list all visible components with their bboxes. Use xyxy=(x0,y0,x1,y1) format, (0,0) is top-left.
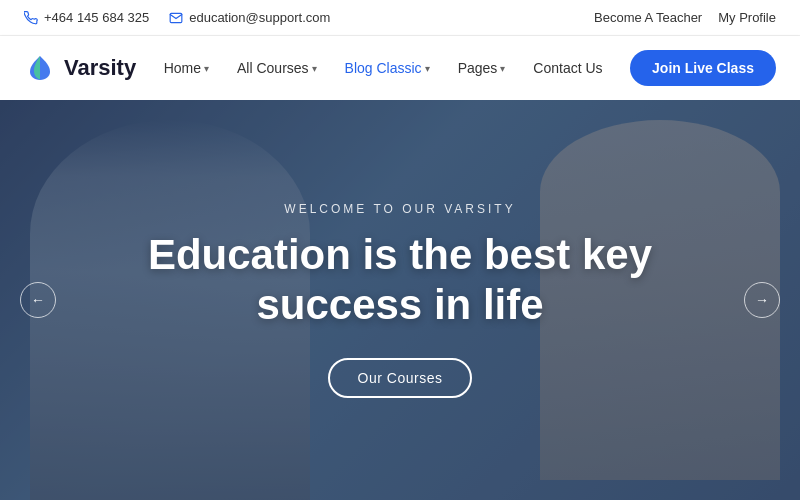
email-item: education@support.com xyxy=(169,10,330,25)
nav-contact[interactable]: Contact Us xyxy=(521,52,614,84)
our-courses-button[interactable]: Our Courses xyxy=(328,358,473,398)
top-bar-left: +464 145 684 325 education@support.com xyxy=(24,10,330,25)
nav-blog-classic[interactable]: Blog Classic ▾ xyxy=(333,52,442,84)
navbar: Varsity Home ▾ All Courses ▾ Blog Classi… xyxy=(0,36,800,100)
hero-next-arrow[interactable]: → xyxy=(744,282,780,318)
hero-title-line1: Education is the best key xyxy=(148,231,652,278)
hero-content: WELCOME TO OUR VARSITY Education is the … xyxy=(108,202,692,397)
top-bar: +464 145 684 325 education@support.com B… xyxy=(0,0,800,36)
join-live-class-button[interactable]: Join Live Class xyxy=(630,50,776,86)
email-address: education@support.com xyxy=(189,10,330,25)
logo[interactable]: Varsity xyxy=(24,52,136,84)
nav-links: Home ▾ All Courses ▾ Blog Classic ▾ Page… xyxy=(152,52,615,84)
phone-number: +464 145 684 325 xyxy=(44,10,149,25)
hero-subtitle: WELCOME TO OUR VARSITY xyxy=(148,202,652,216)
email-icon xyxy=(169,11,183,25)
hero-section: WELCOME TO OUR VARSITY Education is the … xyxy=(0,100,800,500)
chevron-down-icon: ▾ xyxy=(312,63,317,74)
my-profile-link[interactable]: My Profile xyxy=(718,10,776,25)
chevron-down-icon: ▾ xyxy=(500,63,505,74)
nav-home[interactable]: Home ▾ xyxy=(152,52,221,84)
logo-icon xyxy=(24,52,56,84)
logo-text: Varsity xyxy=(64,55,136,81)
chevron-down-icon: ▾ xyxy=(204,63,209,74)
hero-title-line2: success in life xyxy=(256,281,543,328)
nav-pages[interactable]: Pages ▾ xyxy=(446,52,518,84)
hero-prev-arrow[interactable]: ← xyxy=(20,282,56,318)
phone-icon xyxy=(24,11,38,25)
phone-item: +464 145 684 325 xyxy=(24,10,149,25)
chevron-down-icon: ▾ xyxy=(425,63,430,74)
top-bar-right: Become A Teacher My Profile xyxy=(594,10,776,25)
become-teacher-link[interactable]: Become A Teacher xyxy=(594,10,702,25)
nav-all-courses[interactable]: All Courses ▾ xyxy=(225,52,329,84)
hero-title: Education is the best key success in lif… xyxy=(148,230,652,329)
